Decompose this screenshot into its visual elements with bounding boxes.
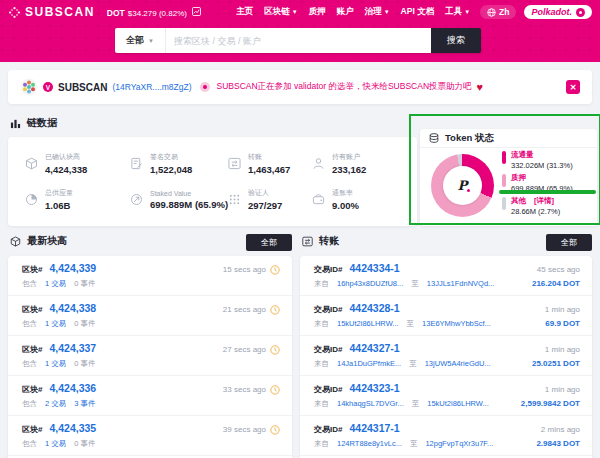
clock-icon bbox=[270, 345, 280, 355]
nav-home[interactable]: 主页 bbox=[236, 6, 253, 18]
validator-name: SUBSCAN bbox=[58, 82, 107, 93]
transfer-id-link[interactable]: 4424334-1 bbox=[349, 262, 399, 274]
clock-icon bbox=[270, 305, 280, 315]
pie-chart-icon bbox=[25, 193, 38, 206]
nav-api-docs[interactable]: API 文档 bbox=[401, 6, 435, 18]
transfer-row: 交易ID# 4424323-1 1 min ago 来自 14khaqgSL7D… bbox=[300, 376, 592, 416]
transfer-amount: 69.9 DOT bbox=[545, 319, 580, 328]
nav-tools[interactable]: 工具▼ bbox=[445, 6, 470, 18]
caret-down-icon: ▼ bbox=[384, 9, 390, 15]
person-icon bbox=[312, 157, 325, 170]
details-link[interactable]: [详情] bbox=[534, 196, 554, 205]
to-address-link[interactable]: 12pgFvpTqXr3u7F... bbox=[425, 439, 493, 448]
from-address-link[interactable]: 16hp43x8DUZfU8... bbox=[337, 279, 403, 288]
to-address-link[interactable]: 13jUW5A4rieGdU... bbox=[425, 359, 491, 368]
validator-banner: V SUBSCAN (14RYaXR....m8ZgZ) SUBSCAN正在参加… bbox=[8, 70, 592, 104]
inflation-icon bbox=[312, 193, 325, 206]
block-txs-link[interactable]: 1 交易 bbox=[45, 359, 66, 369]
from-address-link[interactable]: 14Ja1DuGPfmkE... bbox=[337, 359, 401, 368]
transfer-amount: 2,599.9842 DOT bbox=[521, 399, 580, 408]
transfer-row: 交易ID# 4424328-1 1 min ago 来自 15kUt2i86LH… bbox=[300, 296, 592, 336]
legend-staked: 质押 699.889M (65.9%) bbox=[502, 173, 573, 193]
block-number-link[interactable]: 4,424,338 bbox=[49, 302, 96, 314]
transfer-id-link[interactable]: 4424327-1 bbox=[349, 342, 399, 354]
block-txs-link[interactable]: 1 交易 bbox=[45, 319, 66, 329]
globe-icon bbox=[487, 8, 496, 17]
legend-marker bbox=[502, 174, 506, 187]
stat-finalized-blocks: 已确认块高4,424,338 bbox=[25, 145, 130, 182]
clock-icon bbox=[270, 385, 280, 395]
cube-icon bbox=[10, 236, 21, 247]
block-cube-icon bbox=[25, 157, 38, 170]
heart-icon: ♥ bbox=[477, 82, 484, 93]
chain-data-title: 链数据 bbox=[10, 116, 57, 130]
transfer-amount: 25.0251 DOT bbox=[532, 359, 580, 368]
transfers-all-button[interactable]: 全部 bbox=[546, 234, 592, 251]
language-label: Zh bbox=[499, 7, 509, 17]
from-address-link[interactable]: 14khaqgSL7DVGr... bbox=[337, 399, 404, 408]
block-row: 区块# 4,424,335 39 secs ago 包含 1 交易 0 事件 bbox=[8, 416, 292, 456]
transfers-card: 交易ID# 4424334-1 45 secs ago 来自 16hp43x8D… bbox=[300, 256, 592, 458]
block-events: 0 事件 bbox=[74, 319, 95, 329]
block-row: 区块# 4,424,337 27 secs ago 包含 1 交易 0 事件 bbox=[8, 336, 292, 376]
transfer-id-link[interactable]: 4424328-1 bbox=[349, 302, 399, 314]
polkadot-logo: P bbox=[443, 166, 482, 205]
block-txs-link[interactable]: 1 交易 bbox=[45, 279, 66, 289]
transfer-row: 交易ID# 4424334-1 45 secs ago 来自 16hp43x8D… bbox=[300, 256, 592, 296]
block-number-link[interactable]: 4,424,336 bbox=[49, 382, 96, 394]
token-status-header: Token 状态 bbox=[420, 129, 597, 148]
transfer-id-link[interactable]: 4424323-1 bbox=[349, 382, 399, 394]
to-address-link[interactable]: 13E6YMhwYbbScf... bbox=[422, 319, 491, 328]
header: SUBSCAN DOT $34.279 (0.82%) 主页 区块链▼ 质押 账… bbox=[0, 0, 600, 62]
transfer-row: 交易ID# 4424317-1 2 mins ago 来自 124RT88e8y… bbox=[300, 416, 592, 456]
block-txs-link[interactable]: 2 交易 bbox=[45, 399, 66, 409]
chain-stats-card: 已确认块高4,424,338 签名交易1,522,048 转账1,463,467… bbox=[8, 137, 417, 226]
search-scope-dropdown[interactable]: 全部 ▼ bbox=[115, 28, 165, 53]
subscan-logo-icon bbox=[8, 6, 21, 19]
subscan-homepage: SUBSCAN DOT $34.279 (0.82%) 主页 区块链▼ 质押 账… bbox=[0, 0, 600, 458]
subscan-logo[interactable]: SUBSCAN bbox=[8, 5, 95, 19]
transfer-id-link[interactable]: 4424317-1 bbox=[349, 422, 399, 434]
transfer-arrows-icon bbox=[228, 157, 241, 170]
banner-close-button[interactable]: ✕ bbox=[566, 80, 580, 94]
block-number-link[interactable]: 4,424,335 bbox=[49, 422, 96, 434]
latest-blocks-card: 区块# 4,424,339 15 secs ago 包含 1 交易 0 事件 区… bbox=[8, 256, 292, 458]
token-status-card: Token 状态 P 流通量 332.026M (31.3%) 质押 699.8… bbox=[420, 129, 597, 226]
block-txs-link[interactable]: 1 交易 bbox=[45, 439, 66, 449]
nav-accounts[interactable]: 账户 bbox=[337, 6, 354, 18]
transfer-amount: 216.204 DOT bbox=[532, 279, 580, 288]
transfer-box-icon bbox=[302, 236, 313, 247]
language-switcher[interactable]: Zh bbox=[480, 5, 516, 19]
block-events: 0 事件 bbox=[74, 279, 95, 289]
chevron-down-icon: ▼ bbox=[148, 38, 154, 44]
clock-icon bbox=[270, 425, 280, 435]
block-number-link[interactable]: 4,424,337 bbox=[49, 342, 96, 354]
to-address-link[interactable]: 15kUt2i86LHRW... bbox=[427, 399, 489, 408]
price-chart-icon[interactable] bbox=[192, 7, 201, 16]
from-address-link[interactable]: 15kUt2i86LHRW... bbox=[337, 319, 399, 328]
verified-badge: V bbox=[43, 82, 53, 92]
to-address-link[interactable]: 13JJLs1FdnNVQd... bbox=[427, 279, 495, 288]
nav-governance[interactable]: 治理▼ bbox=[365, 6, 390, 18]
stat-inflation: 通胀率9.00% bbox=[312, 182, 411, 219]
identicon bbox=[20, 78, 38, 96]
block-events-link[interactable]: 3 事件 bbox=[74, 399, 95, 409]
legend-marker bbox=[502, 197, 506, 210]
latest-blocks-title: 最新块高 bbox=[10, 234, 67, 248]
search-button[interactable]: 搜索 bbox=[431, 28, 481, 53]
price-value: $34.279 (0.82%) bbox=[128, 9, 187, 18]
block-events: 0 事件 bbox=[74, 359, 95, 369]
nav-blockchain[interactable]: 区块链▼ bbox=[264, 6, 297, 18]
search-bar: 全部 ▼ 搜索 bbox=[115, 28, 481, 53]
stat-staked-value: Staked Value699.889M (65.9%) bbox=[130, 182, 228, 219]
caret-down-icon: ▼ bbox=[292, 9, 298, 15]
search-input[interactable] bbox=[165, 28, 431, 53]
stat-holders: 持有账户233,162 bbox=[312, 145, 411, 182]
blocks-all-button[interactable]: 全部 bbox=[246, 234, 292, 251]
block-number-link[interactable]: 4,424,339 bbox=[49, 262, 96, 274]
nav-staking[interactable]: 质押 bbox=[309, 6, 326, 18]
validator-address-link[interactable]: (14RYaXR....m8ZgZ) bbox=[112, 82, 191, 92]
logo-text: SUBSCAN bbox=[25, 5, 95, 19]
network-switcher[interactable]: Polkadot. bbox=[524, 5, 592, 19]
from-address-link[interactable]: 124RT88e8y1vLc... bbox=[337, 439, 402, 448]
